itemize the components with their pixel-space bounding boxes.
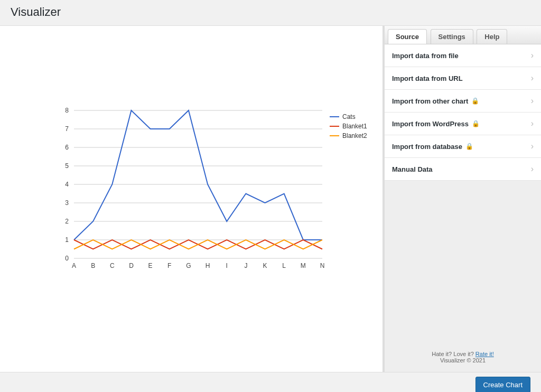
svg-text:L: L	[282, 262, 286, 269]
chevron-right-icon: ›	[531, 73, 534, 83]
tab-settings[interactable]: Settings	[431, 29, 473, 44]
svg-text:A: A	[72, 262, 76, 269]
svg-text:J: J	[244, 262, 247, 269]
lock-icon: 🔒	[472, 120, 480, 127]
svg-text:B: B	[91, 262, 95, 269]
accordion-label: Import data from URL	[392, 74, 463, 82]
accordion-item-5[interactable]: Manual Data›	[385, 158, 541, 181]
lock-icon: 🔒	[471, 97, 479, 105]
source-accordion: Import data from file›Import data from U…	[385, 44, 541, 181]
accordion-label: Import from WordPress🔒	[392, 120, 480, 128]
svg-text:8: 8	[65, 107, 69, 114]
sidebar-tabs: Source Settings Help	[385, 26, 541, 44]
accordion-label: Import from database🔒	[392, 143, 473, 151]
svg-text:1: 1	[65, 236, 69, 244]
svg-text:H: H	[206, 262, 210, 269]
accordion-item-4[interactable]: Import from database🔒›	[385, 135, 541, 158]
page-title: Visualizer	[11, 5, 530, 19]
create-chart-button[interactable]: Create Chart	[475, 377, 530, 392]
accordion-item-3[interactable]: Import from WordPress🔒›	[385, 113, 541, 135]
chevron-right-icon: ›	[531, 142, 534, 151]
svg-text:I: I	[226, 262, 228, 269]
footer-copyright: Visualizer © 2021	[440, 357, 486, 363]
svg-text:7: 7	[65, 125, 69, 133]
page-header: Visualizer	[0, 0, 541, 26]
accordion-label: Manual Data	[392, 165, 433, 173]
svg-text:M: M	[301, 262, 306, 269]
svg-text:G: G	[186, 262, 191, 269]
svg-text:E: E	[148, 262, 153, 269]
sidebar-footer: Hate it? Love it? Rate it! Visualizer © …	[385, 346, 541, 372]
svg-text:2: 2	[65, 218, 69, 225]
settings-sidebar: Source Settings Help Import data from fi…	[383, 26, 541, 372]
accordion-item-0[interactable]: Import data from file›	[385, 44, 541, 67]
svg-text:C: C	[110, 262, 115, 269]
svg-text:0: 0	[65, 255, 69, 262]
chevron-right-icon: ›	[531, 119, 534, 128]
accordion-label: Import data from file	[392, 52, 459, 60]
rate-link[interactable]: Rate it!	[475, 351, 494, 357]
lock-icon: 🔒	[465, 143, 473, 150]
svg-text:4: 4	[65, 181, 69, 188]
accordion-label: Import from other chart🔒	[392, 97, 479, 105]
bottom-bar: Create Chart	[0, 372, 541, 392]
svg-text:5: 5	[65, 162, 69, 170]
svg-text:F: F	[167, 262, 171, 269]
footer-love-text: Love it?	[453, 351, 474, 357]
svg-text:K: K	[263, 262, 267, 269]
tab-help[interactable]: Help	[477, 29, 507, 44]
chevron-right-icon: ›	[531, 164, 534, 174]
footer-hate-text: Hate it?	[432, 351, 452, 357]
chevron-right-icon: ›	[531, 51, 534, 60]
chart-pane: 012345678ABCDEFGHIJKLMNCatsBlanket1Blank…	[0, 26, 383, 372]
line-chart: 012345678ABCDEFGHIJKLMNCatsBlanket1Blank…	[0, 26, 380, 353]
svg-text:D: D	[129, 262, 134, 269]
svg-text:3: 3	[65, 199, 69, 207]
svg-text:Blanket1: Blanket1	[342, 123, 367, 130]
svg-text:6: 6	[65, 144, 69, 151]
svg-text:Cats: Cats	[342, 113, 356, 120]
svg-text:N: N	[320, 262, 325, 269]
chevron-right-icon: ›	[531, 96, 534, 106]
tab-source[interactable]: Source	[388, 29, 427, 44]
accordion-item-1[interactable]: Import data from URL›	[385, 67, 541, 90]
svg-text:Blanket2: Blanket2	[342, 132, 367, 139]
main-content: 012345678ABCDEFGHIJKLMNCatsBlanket1Blank…	[0, 26, 541, 372]
accordion-item-2[interactable]: Import from other chart🔒›	[385, 90, 541, 113]
